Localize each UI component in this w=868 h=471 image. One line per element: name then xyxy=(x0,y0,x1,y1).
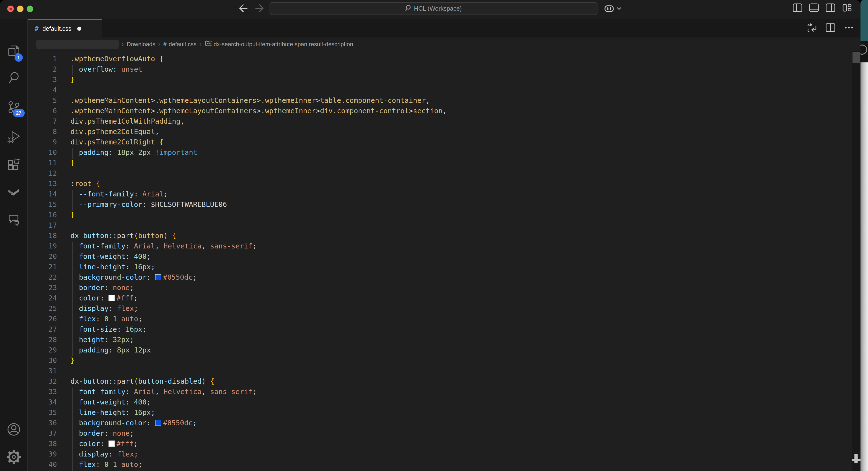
line-number[interactable]: 20 xyxy=(28,251,57,262)
code-line[interactable]: 28 height: 32px; xyxy=(28,335,861,345)
sidebar-item-x-extension[interactable] xyxy=(0,180,27,204)
line-number[interactable]: 11 xyxy=(28,158,57,168)
sidebar-item-source-control[interactable]: 27 xyxy=(0,95,27,119)
code-line[interactable]: 4 xyxy=(28,85,861,95)
line-number[interactable]: 27 xyxy=(28,324,57,335)
code-line[interactable]: 22 background-color: #0550dc; xyxy=(28,272,861,282)
accounts-icon[interactable] xyxy=(0,417,27,441)
code-line[interactable]: 8div.psTheme2ColEqual, xyxy=(28,127,861,137)
line-number[interactable]: 34 xyxy=(28,397,57,407)
line-number[interactable]: 17 xyxy=(28,220,57,231)
line-number[interactable]: 18 xyxy=(28,231,57,241)
code-line[interactable]: 13:root { xyxy=(28,178,861,189)
line-number[interactable]: 39 xyxy=(28,449,57,460)
line-number[interactable]: 8 xyxy=(28,127,57,137)
code-line[interactable]: 21 line-height: 16px; xyxy=(28,262,861,272)
line-number[interactable]: 2 xyxy=(28,64,57,74)
command-center-search[interactable]: HCL (Workspace) xyxy=(270,2,597,15)
line-number[interactable]: 14 xyxy=(28,189,57,199)
tab-default-css[interactable]: # default.css xyxy=(28,19,102,37)
code-line[interactable]: 11} xyxy=(28,158,861,168)
more-actions-icon[interactable] xyxy=(844,23,854,33)
toggle-panel-icon[interactable] xyxy=(809,3,819,12)
line-number[interactable]: 21 xyxy=(28,262,57,272)
color-swatch[interactable] xyxy=(108,295,115,301)
line-number[interactable]: 25 xyxy=(28,303,57,314)
code-line[interactable]: 25 display: flex; xyxy=(28,303,861,314)
color-swatch[interactable] xyxy=(108,440,115,447)
line-number[interactable]: 22 xyxy=(28,272,57,282)
code-line[interactable]: 34 font-weight: 400; xyxy=(28,397,861,407)
code-line[interactable]: 5.wpthemeMainContent>.wpthemeLayoutConta… xyxy=(28,95,861,106)
code-line[interactable]: 32dx-button::part(button-disabled) { xyxy=(28,376,861,386)
code-line[interactable]: 1.wpthemeOverflowAuto { xyxy=(28,54,861,64)
sidebar-item-extensions[interactable] xyxy=(0,153,27,177)
editor[interactable]: 1.wpthemeOverflowAuto {2 overflow: unset… xyxy=(28,51,861,471)
breadcrumb-redacted-segment[interactable] xyxy=(36,40,119,49)
code-line[interactable]: 37 border: none; xyxy=(28,428,861,439)
toggle-secondary-sidebar-icon[interactable] xyxy=(826,3,835,12)
sidebar-item-run-debug[interactable] xyxy=(0,125,27,149)
code-line[interactable]: 24 color: #fff; xyxy=(28,293,861,303)
line-number[interactable]: 15 xyxy=(28,199,57,210)
code-line[interactable]: 36 background-color: #0550dc; xyxy=(28,418,861,428)
code-line[interactable]: 40 flex: 0 1 auto; xyxy=(28,460,861,470)
code-line[interactable]: 17 xyxy=(28,220,861,231)
code-line[interactable]: 14 --font-family: Arial; xyxy=(28,189,861,199)
line-number[interactable]: 10 xyxy=(28,147,57,158)
line-number[interactable]: 32 xyxy=(28,376,57,386)
line-number[interactable]: 12 xyxy=(28,168,57,178)
code-line[interactable]: 12 xyxy=(28,168,861,178)
sidebar-item-search[interactable] xyxy=(0,66,27,90)
line-number[interactable]: 36 xyxy=(28,418,57,428)
code-line[interactable]: 10 padding: 18px 2px !important xyxy=(28,147,861,158)
color-swatch[interactable] xyxy=(155,420,161,426)
code-line[interactable]: 39 display: flex; xyxy=(28,449,861,460)
zoom-button[interactable] xyxy=(27,6,33,12)
breadcrumb-symbol[interactable]: dx-search-output-item-attribute span.res… xyxy=(205,40,353,48)
line-number[interactable]: 26 xyxy=(28,314,57,324)
line-number[interactable]: 24 xyxy=(28,293,57,303)
code-line[interactable]: 26 flex: 0 1 auto; xyxy=(28,314,861,324)
code-line[interactable]: 18dx-button::part(button) { xyxy=(28,231,861,241)
code-line[interactable]: 3} xyxy=(28,74,861,85)
line-number[interactable]: 23 xyxy=(28,282,57,293)
line-number[interactable]: 37 xyxy=(28,428,57,439)
modified-dot-icon[interactable] xyxy=(77,27,82,31)
back-icon[interactable] xyxy=(237,3,249,13)
line-number[interactable]: 33 xyxy=(28,386,57,397)
code-line[interactable]: 38 color: #fff; xyxy=(28,439,861,449)
code-line[interactable]: 23 border: none; xyxy=(28,282,861,293)
code-line[interactable]: 27 font-size: 16px; xyxy=(28,324,861,335)
line-number[interactable]: 7 xyxy=(28,116,57,127)
breadcrumb-file[interactable]: #default.css xyxy=(163,41,196,48)
word-wrap-icon[interactable]: abc xyxy=(807,23,817,34)
line-number[interactable]: 1 xyxy=(28,54,57,64)
code-line[interactable]: 9div.psTheme2ColRight { xyxy=(28,137,861,147)
line-number[interactable]: 28 xyxy=(28,335,57,345)
code-line[interactable]: 35 line-height: 16px; xyxy=(28,407,861,418)
toggle-primary-sidebar-icon[interactable] xyxy=(793,3,802,12)
copilot-menu[interactable] xyxy=(604,4,625,13)
minimize-button[interactable] xyxy=(17,6,24,12)
line-number[interactable]: 29 xyxy=(28,345,57,356)
code-line[interactable]: 20 font-weight: 400; xyxy=(28,251,861,262)
code-line[interactable]: 6.wpthemeMainContent>.wpthemeLayoutConta… xyxy=(28,106,861,116)
line-number[interactable]: 31 xyxy=(28,366,57,376)
close-button[interactable] xyxy=(7,6,14,12)
line-number[interactable]: 5 xyxy=(28,95,57,106)
line-number[interactable]: 38 xyxy=(28,439,57,449)
color-swatch[interactable] xyxy=(155,274,161,280)
code-line[interactable]: 30} xyxy=(28,356,861,366)
code-line[interactable]: 31 xyxy=(28,366,861,376)
line-number[interactable]: 40 xyxy=(28,460,57,470)
split-editor-icon[interactable] xyxy=(826,23,835,33)
sidebar-item-explorer[interactable]: 1 xyxy=(0,38,27,63)
code-line[interactable]: 7div.psTheme1ColWithPadding, xyxy=(28,116,861,127)
code-line[interactable]: 29 padding: 8px 12px xyxy=(28,345,861,356)
code-line[interactable]: 2 overflow: unset xyxy=(28,64,861,74)
sidebar-item-comments[interactable] xyxy=(0,207,27,232)
line-number[interactable]: 16 xyxy=(28,210,57,220)
line-number[interactable]: 35 xyxy=(28,407,57,418)
code-line[interactable]: 33 font-family: Arial, Helvetica, sans-s… xyxy=(28,386,861,397)
